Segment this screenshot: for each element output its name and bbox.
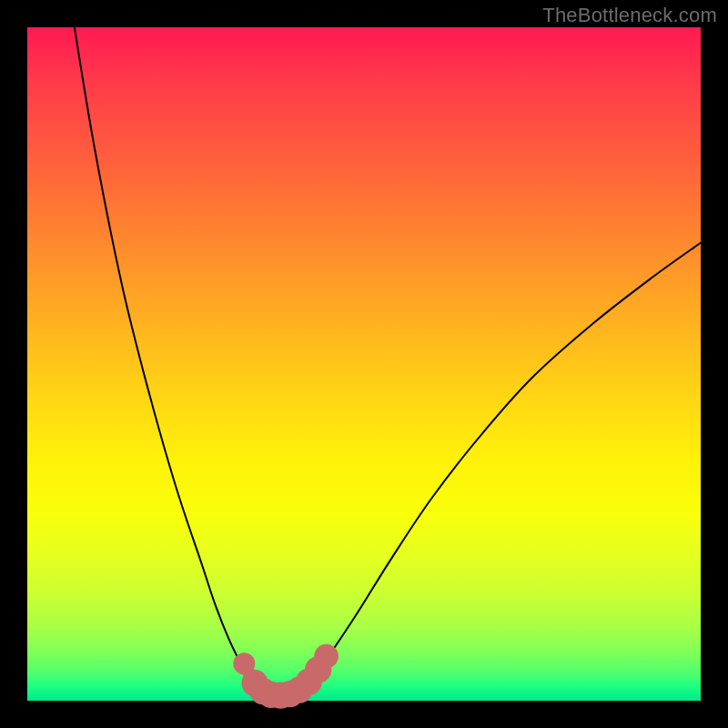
bottleneck-curve [75, 27, 701, 695]
chart-frame: TheBottleneck.com [0, 0, 728, 728]
marker-group [233, 644, 339, 709]
watermark-text: TheBottleneck.com [542, 4, 717, 27]
chart-plot-area [27, 27, 701, 701]
curve-group [75, 27, 701, 695]
valley-marker [314, 644, 339, 669]
chart-svg [27, 27, 701, 701]
